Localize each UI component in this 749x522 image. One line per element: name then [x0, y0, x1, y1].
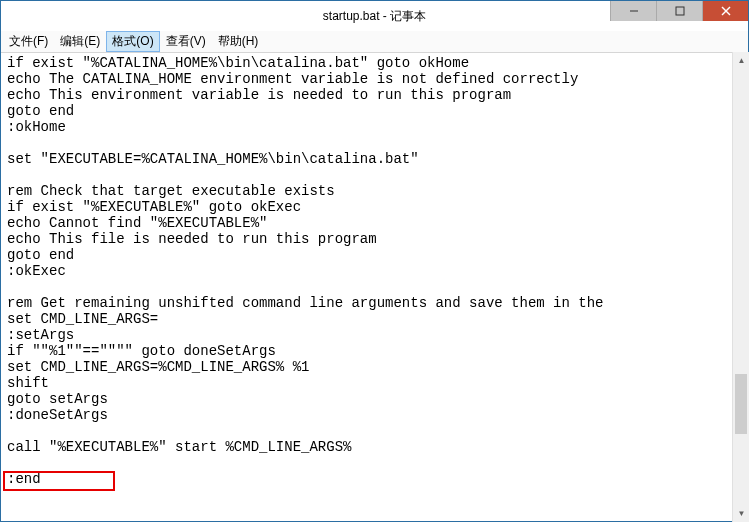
- scroll-down-arrow[interactable]: ▼: [733, 505, 749, 522]
- menu-help[interactable]: 帮助(H): [212, 31, 265, 52]
- window-title: startup.bat - 记事本: [323, 8, 426, 25]
- menu-view[interactable]: 查看(V): [160, 31, 212, 52]
- editor-text: if exist "%CATALINA_HOME%\bin\catalina.b…: [7, 55, 604, 487]
- vertical-scrollbar[interactable]: ▲ ▼: [732, 52, 749, 522]
- scroll-track[interactable]: [733, 69, 749, 505]
- menubar: 文件(F) 编辑(E) 格式(O) 查看(V) 帮助(H): [1, 31, 748, 53]
- maximize-icon: [675, 6, 685, 16]
- maximize-button[interactable]: [656, 1, 702, 21]
- window-controls: [610, 1, 748, 21]
- minimize-button[interactable]: [610, 1, 656, 21]
- minimize-icon: [629, 6, 639, 16]
- scroll-thumb[interactable]: [735, 374, 747, 434]
- titlebar: startup.bat - 记事本: [1, 1, 748, 31]
- close-button[interactable]: [702, 1, 748, 21]
- scroll-up-arrow[interactable]: ▲: [733, 52, 749, 69]
- menu-file[interactable]: 文件(F): [3, 31, 54, 52]
- menu-format[interactable]: 格式(O): [106, 31, 159, 52]
- menu-edit[interactable]: 编辑(E): [54, 31, 106, 52]
- svg-rect-1: [676, 7, 684, 15]
- close-icon: [721, 6, 731, 16]
- editor-area[interactable]: if exist "%CATALINA_HOME%\bin\catalina.b…: [1, 53, 748, 521]
